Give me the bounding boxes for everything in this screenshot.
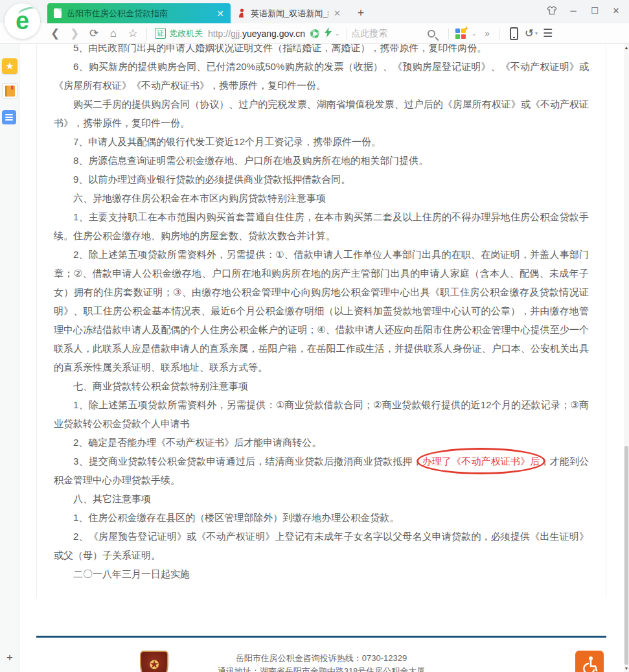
browser-window: e 岳阳市住房公积金贷款指南 ✕ 英语新闻_双语新闻_纽约时报中… ✕ + (0, 0, 629, 672)
paragraph: 5、由民政部门出具的申请人婚姻状况证明文件（指结婚证，离婚证），携带原件，复印件… (54, 44, 589, 57)
theme-shirt-icon[interactable] (544, 3, 560, 18)
tabs: 岳阳市住房公积金贷款指南 ✕ 英语新闻_双语新闻_纽约时报中… ✕ + (47, 0, 369, 23)
site-cert-badge[interactable]: 证 党政机关 (155, 28, 203, 40)
web-page: 5、由民政部门出具的申请人婚姻状况证明文件（指结婚证，离婚证），携带原件，复印件… (19, 44, 629, 672)
scroll-up-arrow[interactable]: ▲ (624, 45, 629, 50)
paragraph: 2、《房屋预告登记证明》或《不动产权证明》上登记有未成年子女名字以父母名义申请贷… (54, 527, 589, 564)
divider (448, 28, 449, 40)
page-icon (54, 8, 62, 18)
add-extension-icon: + (464, 25, 468, 32)
mobile-sync-icon[interactable] (510, 27, 518, 40)
new-tab-button[interactable]: + (352, 5, 369, 21)
paragraph: 8、房源信息查询证明需公积金缴存地、户口所在地及购房所在地的相关部门提供。 (54, 151, 589, 170)
tab-close-icon[interactable]: ✕ (334, 8, 341, 18)
paragraph: 八、其它注意事项 (54, 489, 589, 508)
scrollbar[interactable]: ▲ ▼ (624, 44, 629, 672)
paragraph: 7、申请人及其配偶的银行代发工资近12个月工资记录，携带原件一份。 (54, 132, 589, 151)
close-button[interactable]: ✕ (608, 3, 624, 18)
accessibility-button[interactable] (575, 651, 604, 672)
page-footer: ✪ 党政机关 岳阳市住房公积金咨询投诉热线：0730-12329通讯地址：湖南省… (36, 636, 606, 672)
footer-info: 岳阳市住房公积金咨询投诉热线：0730-12329通讯地址：湖南省岳阳市金鹗中路… (207, 652, 435, 672)
back-button[interactable]: ❮ (45, 27, 65, 40)
badge-emblem: ✪ (149, 659, 159, 671)
url-domain: yueyang.gov.cn (242, 29, 305, 39)
url-prefix: http://gjj. (208, 29, 242, 39)
paragraph: 2、除上述第五项贷款所需资料外，另需提供：①、借款申请人工作单位人事部门出具的在… (54, 245, 589, 377)
paragraph: 二〇一八年三月一日起实施 (54, 564, 589, 583)
caret-down-icon[interactable]: ▾ (535, 30, 538, 36)
paragraph: 3、提交商业贷款转公积金贷款申请通过后，结清商业贷款后撤消商业贷款抵押，办理了《… (54, 452, 589, 489)
recently-closed-icon[interactable]: ↺ (525, 27, 534, 40)
notes-document-icon[interactable] (2, 110, 16, 124)
cert-type-label: 党政机关 (169, 28, 203, 40)
refresh-button[interactable]: ⟳ (84, 27, 104, 40)
gov-badge-icon[interactable]: ✪ 党政机关 (140, 651, 168, 672)
home-button[interactable]: ⌂ (104, 27, 123, 40)
favorite-star-icon[interactable]: ☆ (123, 27, 143, 40)
more-tools-icon[interactable]: » (485, 29, 489, 38)
lightning-icon[interactable] (325, 27, 332, 40)
tab-news[interactable]: 英语新闻_双语新闻_纽约时报中… ✕ (231, 3, 347, 23)
forward-button[interactable]: ❯ (65, 27, 84, 40)
toolbar: ❮ ❯ ⟳ ⌂ ☆ 证 党政机关 http://gjj.yueyang.gov.… (0, 23, 629, 44)
article: 5、由民政部门出具的申请人婚姻状况证明文件（指结婚证，离婚证），携带原件，复印件… (54, 44, 589, 583)
tab-title: 英语新闻_双语新闻_纽约时报中… (251, 8, 328, 19)
content-column: 5、由民政部门出具的申请人婚姻状况证明文件（指结婚证，离婚证），携带原件，复印件… (36, 44, 606, 598)
tab-favicon-icon (237, 8, 246, 18)
divider (146, 28, 147, 40)
browser-mode-icon[interactable] (310, 29, 319, 38)
tab-close-icon[interactable]: ✕ (216, 8, 224, 19)
browser-logo[interactable]: e (5, 3, 40, 39)
paragraph: 购买二手房的提供购房合同（协议）、过户的完税发票、湖南省增值税发票、过户后的《房… (54, 95, 589, 132)
search-input[interactable]: 点此搜索 (351, 28, 428, 40)
footer-line: 通讯地址：湖南省岳阳市金鹗中路318号住房公积金大厦 (207, 665, 435, 672)
address-bar[interactable]: http://gjj.yueyang.gov.cn (208, 29, 305, 39)
window-controls: ─ ☐ ✕ (544, 3, 624, 18)
paragraph: 6、购买新房的提供购房合同、已付清20%或50%购房款的发票（收据）、《预购房屋… (54, 57, 589, 95)
search-icon[interactable] (428, 30, 435, 38)
chevron-down-icon[interactable]: ⌄ (471, 29, 477, 38)
extensions-icon[interactable]: + (455, 29, 466, 39)
paragraph: 9、以前办理过商业银行贷款的必须提供商业贷款抵押借款合同。 (54, 170, 589, 189)
logo-e-glyph: e (16, 8, 29, 33)
scrollbar-thumb[interactable] (624, 446, 628, 665)
paragraph: 1、主要支持职工在本市范围内购买首套普通自住住房，在本市购买第二套及以上住房的不… (54, 207, 589, 245)
wheelchair-icon (580, 655, 599, 672)
paragraph: 1、除上述第五项贷款所需资料外，另需提供：①商业贷款借款合同；②商业贷款银行提供… (54, 395, 589, 433)
paragraph: 六、异地缴存住房公积金在本市区内购房贷款特别注意事项 (54, 189, 589, 207)
red-circled-text: 办理了《不动产权证书》后 (422, 456, 540, 467)
maximize-button[interactable]: ☐ (587, 3, 602, 18)
footer-line: 岳阳市住房公积金咨询投诉热线：0730-12329 (207, 652, 435, 665)
browser-body: ★ + 5、由民政部门出具的申请人婚姻状况证明文件（指结婚证，离婚证），携带原件… (0, 44, 629, 672)
menu-icon[interactable]: ☰ (543, 27, 553, 40)
text-part: 3、提交商业贷款转公积金贷款申请通过后，结清商业贷款后撤消商业贷款抵押， (73, 456, 422, 467)
book-icon (5, 86, 15, 97)
tab-title: 岳阳市住房公积金贷款指南 (67, 8, 211, 19)
scroll-down-arrow[interactable]: ▼ (624, 666, 629, 671)
bookmarks-book-icon[interactable] (2, 83, 17, 98)
cert-icon: 证 (155, 28, 166, 39)
divider (347, 28, 347, 40)
favorites-star-icon[interactable]: ★ (2, 58, 17, 74)
side-panel: ★ + (0, 44, 19, 672)
paragraph: 2、确定是否能办理《不动产权证书》后才能申请商转公。 (54, 433, 589, 452)
paragraph: 七、商业贷款转公积金贷款特别注意事项 (54, 377, 589, 395)
minimize-button[interactable]: ─ (566, 3, 581, 18)
chevron-down-icon[interactable]: ⌄ (334, 29, 340, 38)
paragraph: 1、住房公积金缴存在县区的（楼区管理部除外）到缴存地办理公积金贷款。 (54, 508, 589, 527)
divider (499, 28, 499, 40)
tab-active-gongjijin[interactable]: 岳阳市住房公积金贷款指南 ✕ (47, 3, 231, 23)
tab-bar: e 岳阳市住房公积金贷款指南 ✕ 英语新闻_双语新闻_纽约时报中… ✕ + (0, 0, 629, 23)
side-add-button[interactable]: + (0, 651, 19, 664)
